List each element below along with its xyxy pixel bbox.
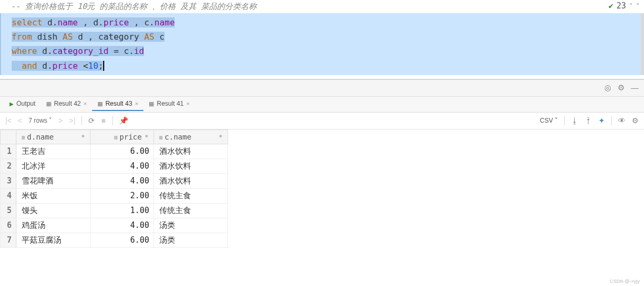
cell-price[interactable]: 4.00 (90, 159, 154, 173)
tab-label: Result 43 (105, 100, 132, 107)
column-header-dname[interactable]: ▥d.name◆ (16, 130, 90, 144)
minimize-icon[interactable]: — (631, 83, 639, 92)
cell-dname[interactable]: 平菇豆腐汤 (16, 233, 90, 247)
sql-code[interactable]: select d.name , d.price , c.name from di… (0, 13, 644, 75)
problems-count[interactable]: 23 (616, 1, 626, 11)
close-icon[interactable]: × (186, 100, 189, 107)
copy-data-icon[interactable]: ✦ (598, 116, 605, 125)
play-icon: ▶ (10, 101, 14, 107)
cell-price[interactable]: 1.00 (90, 203, 154, 218)
stop-icon: ■ (101, 116, 105, 125)
cell-dname[interactable]: 米饭 (16, 188, 90, 203)
tab-label: Result 41 (157, 100, 184, 107)
row-number-header (1, 130, 16, 144)
row-number: 7 (1, 233, 16, 247)
cell-dname[interactable]: 鸡蛋汤 (16, 218, 90, 233)
column-header-price[interactable]: ▥price◆ (90, 130, 154, 144)
prev-page-icon: < (18, 116, 22, 125)
pin-icon[interactable]: 📌 (119, 116, 128, 125)
divider (611, 116, 612, 125)
grid-icon: ▦ (97, 100, 103, 107)
row-number: 5 (1, 203, 16, 218)
cell-price[interactable]: 4.00 (90, 218, 154, 233)
cell-cname[interactable]: 酒水饮料 (154, 173, 228, 188)
row-number: 3 (1, 173, 16, 188)
cell-price[interactable]: 6.00 (90, 233, 154, 247)
watermark: CSDN @->yjy (610, 279, 640, 284)
tab-label: Result 42 (54, 100, 81, 107)
gear-icon[interactable]: ⚙ (632, 116, 639, 125)
column-icon: ▥ (159, 134, 162, 140)
tab-result-41[interactable]: ▦ Result 41 × (143, 97, 195, 111)
table-row[interactable]: 5馒头1.00传统主食 (1, 203, 228, 218)
cell-cname[interactable]: 酒水饮料 (154, 159, 228, 173)
cell-cname[interactable]: 传统主食 (154, 188, 228, 203)
divider (81, 116, 82, 125)
table-row[interactable]: 4米饭2.00传统主食 (1, 188, 228, 203)
cell-dname[interactable]: 雪花啤酒 (16, 173, 90, 188)
row-number: 1 (1, 144, 16, 159)
sort-icon[interactable]: ◆ (219, 133, 222, 139)
sort-icon[interactable]: ◆ (81, 133, 85, 139)
cell-price[interactable]: 4.00 (90, 173, 154, 188)
result-tabs: ▶ Output ▦ Result 42 × ▦ Result 43 × ▦ R… (0, 97, 644, 113)
column-icon: ▥ (114, 134, 117, 140)
cell-price[interactable]: 6.00 (90, 144, 154, 159)
result-grid[interactable]: ▥d.name◆ ▥price◆ ▥c.name◆ 1王老吉6.00酒水饮料2北… (0, 130, 644, 248)
row-number: 2 (1, 159, 16, 173)
cell-price[interactable]: 2.00 (90, 188, 154, 203)
chevron-down-icon[interactable]: ˅ (636, 2, 640, 10)
cell-cname[interactable]: 酒水饮料 (154, 144, 228, 159)
close-icon[interactable]: × (135, 100, 138, 107)
table-row[interactable]: 2北冰洋4.00酒水饮料 (1, 159, 228, 173)
table-row[interactable]: 7平菇豆腐汤6.00汤类 (1, 233, 228, 247)
cell-dname[interactable]: 王老吉 (16, 144, 90, 159)
tab-label: Output (16, 100, 35, 107)
column-header-cname[interactable]: ▥c.name◆ (154, 130, 228, 144)
last-page-icon: >| (69, 116, 76, 125)
close-icon[interactable]: × (84, 100, 87, 107)
row-number: 4 (1, 188, 16, 203)
problems-check-icon[interactable]: ✔ (609, 1, 613, 11)
cell-dname[interactable]: 北冰洋 (16, 159, 90, 173)
results-toolbar: |< < 7 rows ˅ > >| ⟳ ■ 📌 CSV ˅ ⭳ ⭱ ✦ 👁 ⚙ (0, 113, 644, 130)
grid-icon: ▦ (149, 100, 154, 107)
download-icon[interactable]: ⭳ (571, 116, 578, 125)
table-row[interactable]: 3雪花啤酒4.00酒水饮料 (1, 173, 228, 188)
table-row[interactable]: 1王老吉6.00酒水饮料 (1, 144, 228, 159)
first-page-icon: |< (5, 116, 12, 125)
table-header-row: ▥d.name◆ ▥price◆ ▥c.name◆ (1, 130, 228, 144)
row-number: 6 (1, 218, 16, 233)
cell-cname[interactable]: 汤类 (154, 218, 228, 233)
sort-icon[interactable]: ◆ (145, 133, 148, 139)
column-icon: ▥ (22, 134, 25, 140)
target-icon[interactable]: ◎ (604, 83, 611, 93)
cell-dname[interactable]: 馒头 (16, 203, 90, 218)
row-count-dropdown[interactable]: 7 rows ˅ (29, 117, 52, 124)
editor-bottom-strip (0, 75, 644, 79)
next-page-icon: > (58, 116, 62, 125)
chevron-up-icon[interactable]: ˄ (629, 2, 633, 10)
table-row[interactable]: 6鸡蛋汤4.00汤类 (1, 218, 228, 233)
sql-comment: -- 查询价格低于 10元 的菜品的名称 、价格 及其 菜品的分类名称 ✔ 23… (0, 0, 644, 13)
chevron-down-icon: ˅ (49, 117, 52, 124)
chevron-down-icon: ˅ (555, 117, 558, 124)
results-header-bar: ◎ ⚙ — (0, 80, 644, 97)
upload-icon[interactable]: ⭱ (585, 116, 592, 125)
tab-result-43[interactable]: ▦ Result 43 × (92, 97, 143, 111)
eye-icon[interactable]: 👁 (618, 116, 625, 125)
gear-icon[interactable]: ⚙ (618, 83, 624, 93)
tab-result-42[interactable]: ▦ Result 42 × (41, 97, 92, 111)
grid-icon: ▦ (46, 100, 51, 107)
cell-cname[interactable]: 汤类 (154, 233, 228, 247)
cell-cname[interactable]: 传统主食 (154, 203, 228, 218)
refresh-icon[interactable]: ⟳ (88, 116, 95, 125)
divider (112, 116, 113, 125)
divider (564, 116, 565, 125)
export-format-dropdown[interactable]: CSV ˅ (540, 117, 558, 124)
sql-editor[interactable]: -- 查询价格低于 10元 的菜品的名称 、价格 及其 菜品的分类名称 ✔ 23… (0, 0, 644, 80)
tab-output[interactable]: ▶ Output (4, 97, 41, 111)
